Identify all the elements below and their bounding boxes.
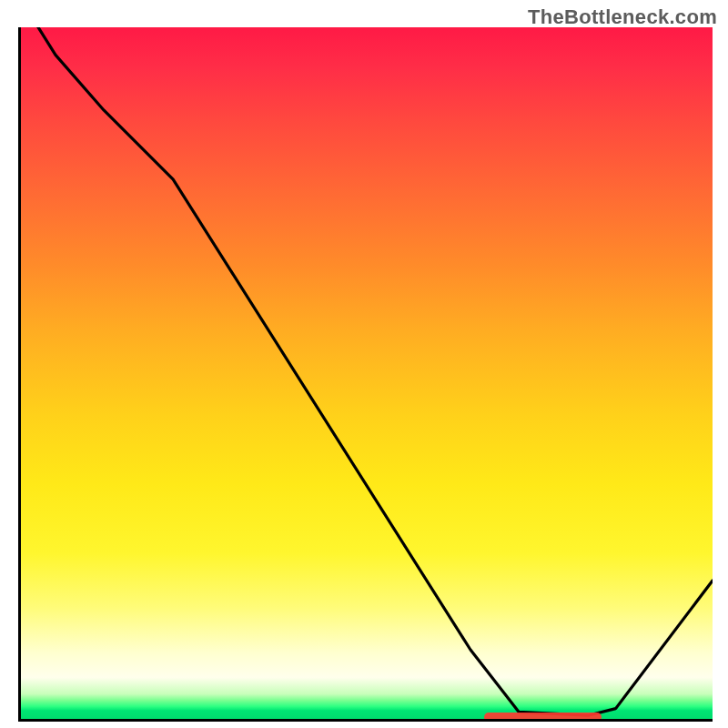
bottleneck-curve [21, 27, 713, 715]
optimum-marker [484, 713, 602, 722]
chart-root: TheBottleneck.com [0, 0, 728, 728]
watermark: TheBottleneck.com [528, 5, 717, 29]
plot-area [18, 27, 713, 722]
plot-inner [21, 27, 713, 719]
curve-svg [21, 27, 713, 719]
